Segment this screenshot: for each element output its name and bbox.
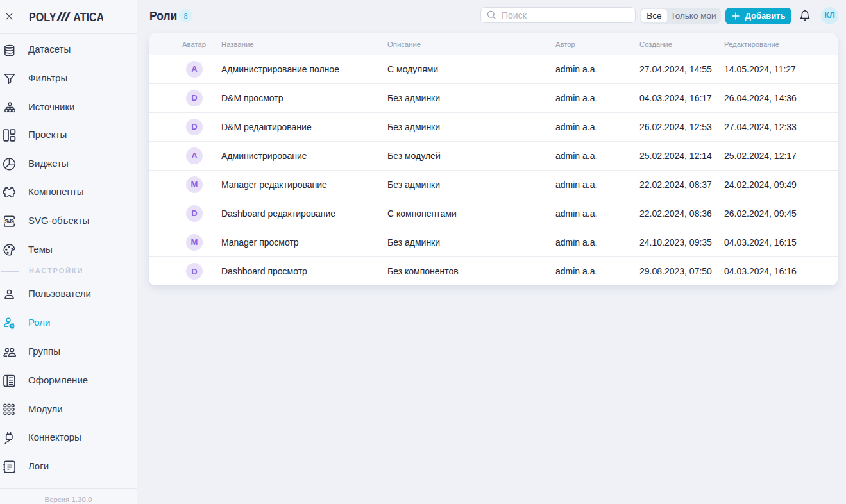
svg-text:ATICA: ATICA bbox=[73, 10, 103, 22]
svg-text:SVG: SVG bbox=[4, 218, 14, 224]
svg-text:POLY: POLY bbox=[29, 10, 56, 22]
